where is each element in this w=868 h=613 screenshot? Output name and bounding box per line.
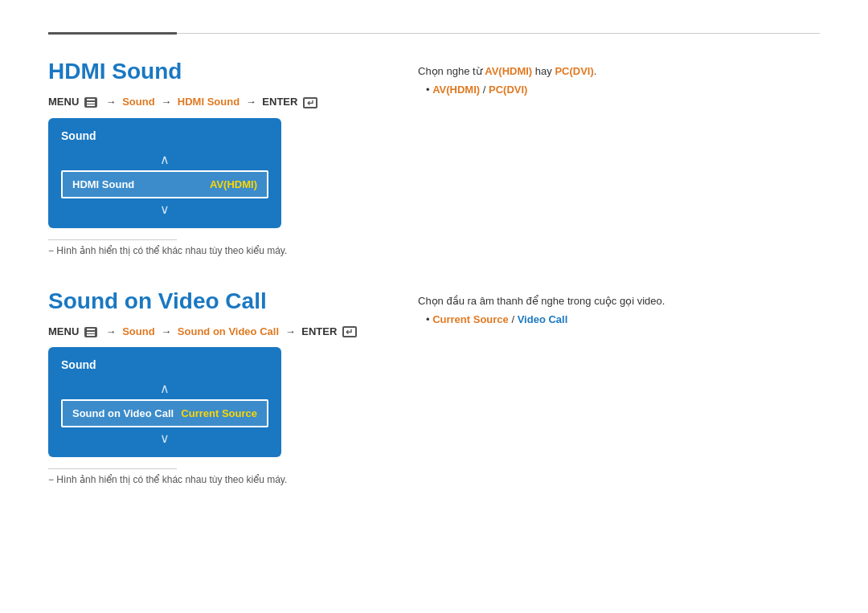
sound-video-call-ui-row: Sound on Video Call Current Source — [61, 399, 268, 427]
separator-1: / — [483, 84, 489, 96]
hdmi-sound-menu-path: MENU → Sound → HDMI Sound → ENTER ↵ — [48, 96, 386, 108]
arrow-6: → — [285, 325, 296, 337]
hdmi-sound-row-label: HDMI Sound — [72, 178, 134, 190]
sound-video-call-arrow-up[interactable]: ∧ — [61, 378, 268, 399]
sound-video-call-title: Sound on Video Call — [48, 288, 386, 314]
hdmi-sound-ui-box: Sound ∧ HDMI Sound AV(HDMI) ∨ — [48, 118, 281, 228]
hdmi-sound-arrow-up[interactable]: ∧ — [61, 149, 268, 170]
menu-label-1: MENU — [48, 96, 79, 108]
hdmi-sound-opt-av: AV(HDMI) — [432, 84, 480, 96]
enter-icon-1: ↵ — [303, 97, 317, 108]
arrow-1: → — [106, 96, 117, 108]
arrow-3: → — [246, 96, 256, 108]
menu-label-2: MENU — [48, 325, 79, 337]
sound-video-call-option-item-1: Current Source / Video Call — [426, 313, 820, 325]
sound-video-call-arrow-down[interactable]: ∨ — [61, 427, 268, 449]
hdmi-sound-right: Chọn nghe từ AV(HDMI) hay PC(DVI). AV(HD… — [386, 59, 820, 99]
sound-video-call-box-header: Sound — [61, 355, 268, 378]
hdmi-sound-options-list: AV(HDMI) / PC(DVI) — [418, 84, 820, 96]
sound-video-call-section: Sound on Video Call MENU → Sound → Sound… — [48, 288, 820, 486]
enter-icon-2: ↵ — [342, 326, 357, 337]
sound-video-call-link: Sound on Video Call — [178, 325, 279, 337]
hdmi-sound-section: HDMI Sound MENU → Sound → HDMI Sound → E… — [48, 59, 820, 256]
sound-video-call-options-list: Current Source / Video Call — [418, 313, 820, 325]
current-source-option: Current Source — [432, 313, 509, 325]
top-divider — [48, 32, 820, 35]
hdmi-sound-footnote: Hình ảnh hiển thị có thể khác nhau tùy t… — [48, 245, 386, 256]
video-call-option: Video Call — [518, 313, 568, 325]
enter-label-2: ENTER — [301, 325, 337, 337]
menu-icon-2 — [84, 327, 97, 337]
arrow-4: → — [106, 325, 117, 337]
hdmi-sound-option-av: AV(HDMI) — [485, 65, 532, 77]
sound-video-call-left: Sound on Video Call MENU → Sound → Sound… — [48, 288, 386, 486]
sound-video-call-row-label: Sound on Video Call — [72, 407, 174, 419]
sound-video-call-row-value: Current Source — [181, 407, 257, 419]
separator-2: / — [511, 313, 517, 325]
sound-link-1: Sound — [122, 96, 154, 108]
hdmi-sound-row-value: AV(HDMI) — [210, 178, 257, 190]
sound-video-call-menu-path: MENU → Sound → Sound on Video Call → ENT… — [48, 325, 386, 338]
menu-icon-1 — [84, 97, 97, 108]
hdmi-sound-arrow-down[interactable]: ∨ — [61, 198, 268, 220]
sound-video-call-footnote: Hình ảnh hiển thị có thể khác nhau tùy t… — [48, 474, 386, 485]
hdmi-sound-left: HDMI Sound MENU → Sound → HDMI Sound → E… — [48, 59, 386, 256]
footnote-line-1 — [48, 239, 177, 240]
enter-label-1: ENTER — [262, 96, 297, 108]
sound-video-call-desc: Chọn đầu ra âm thanh để nghe trong cuộc … — [418, 295, 820, 307]
hdmi-sound-ui-row: HDMI Sound AV(HDMI) — [61, 170, 268, 198]
sound-video-call-right: Chọn đầu ra âm thanh để nghe trong cuộc … — [386, 288, 820, 329]
sound-link-2: Sound — [122, 325, 154, 337]
hdmi-sound-opt-pc: PC(DVI) — [489, 84, 527, 96]
hdmi-sound-option-pc: PC(DVI) — [555, 65, 593, 77]
arrow-5: → — [161, 325, 171, 337]
hdmi-sound-title: HDMI Sound — [48, 59, 386, 84]
sound-video-call-ui-box: Sound ∧ Sound on Video Call Current Sour… — [48, 347, 281, 457]
hdmi-sound-option-item-1: AV(HDMI) / PC(DVI) — [426, 84, 820, 96]
arrow-2: → — [161, 96, 171, 108]
footnote-line-2 — [48, 468, 177, 469]
hdmi-sound-desc: Chọn nghe từ AV(HDMI) hay PC(DVI). — [418, 65, 820, 77]
hdmi-sound-link: HDMI Sound — [178, 96, 240, 108]
hdmi-sound-box-header: Sound — [61, 126, 268, 149]
